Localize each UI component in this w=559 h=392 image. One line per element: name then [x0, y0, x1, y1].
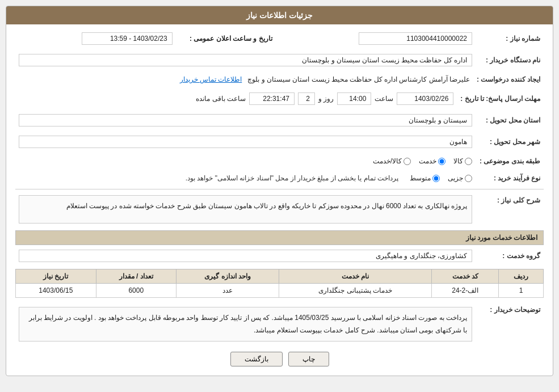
creator-label: ایجاد کننده درخواست : [473, 73, 544, 86]
creator-link[interactable]: اطلاعات تماس خریدار [180, 75, 242, 83]
buyer-notes-value: پرداخت به صورت اسناد خزانه اسلامی با سرر… [19, 307, 472, 342]
purchase-motevasset-radio[interactable] [432, 175, 440, 182]
buyer-notes-table: توضیحات خریدار : پرداخت به صورت اسناد خز… [15, 302, 544, 344]
table-row: 1الف-2-24خدمات پشتیبانی جنگلداریعدد60001… [16, 284, 544, 298]
creator-table: ایجاد کننده درخواست : علیرضا آرامش کارشن… [15, 73, 544, 86]
purchase-motevasset-item[interactable]: متوسط [410, 174, 440, 182]
remaining-value: 22:31:47 [249, 92, 295, 105]
button-bar: چاپ بازگشت [15, 352, 544, 366]
deadline-table: مهلت ارسال پاسخ: تا تاریخ : 1403/02/26 س… [15, 90, 544, 107]
category-khadamat-radio[interactable] [438, 158, 445, 165]
col-qty: تعداد / مقدار [96, 269, 176, 284]
category-kala-khadamat-label: کالا/خدمت [373, 157, 402, 165]
print-button[interactable]: چاپ [288, 352, 329, 366]
col-date: تاریخ نیاز [16, 269, 96, 284]
buyer-notes-label: توضیحات خریدار : [476, 302, 544, 344]
category-kala-radio[interactable] [465, 158, 472, 165]
deadline-date: 1403/02/26 [397, 92, 453, 105]
purchase-type-label: نوع فرآیند خرید : [476, 172, 544, 184]
main-card: جزئیات اطلاعات نیاز شماره نیاز : 1103004… [6, 6, 553, 376]
cell-name: خدمات پشتیبانی جنگلداری [279, 284, 432, 298]
page-wrapper: جزئیات اطلاعات نیاز شماره نیاز : 1103004… [0, 0, 559, 382]
col-code: کد خدمت [432, 269, 499, 284]
category-table: طبقه بندی موضوعی : کالا خدمت [15, 155, 544, 167]
purchase-note: پرداخت تمام یا بخشی از مبلغ خریدار از مح… [186, 174, 398, 182]
deadline-row: 1403/02/26 ساعت 14:00 روز و 2 22:31:47 س… [19, 92, 453, 105]
back-button[interactable]: بازگشت [230, 352, 283, 366]
need-number-label: شماره نیاز : [476, 30, 544, 47]
purchase-jozii-label: جزیی [448, 174, 463, 182]
desc-table: شرح کلی نیاز : پروژه نهالکاری به تعداد 6… [15, 193, 544, 226]
announce-label: تاریخ و ساعت اعلان عمومی : [176, 30, 278, 47]
cell-date: 1403/06/15 [16, 284, 96, 298]
col-name: نام خدمت [279, 269, 432, 284]
date-label: مهلت ارسال پاسخ: تا تاریخ : [457, 90, 544, 107]
deadline-time: 14:00 [337, 92, 371, 105]
card-body: شماره نیاز : 1103004410000022 تاریخ و سا… [6, 24, 553, 376]
need-number-value: 1103004410000022 [359, 32, 472, 45]
deadline-time-label: ساعت [375, 95, 393, 103]
category-kala-khadamat-radio[interactable] [404, 158, 411, 165]
city-table: شهر محل تحویل : هامون [15, 133, 544, 150]
province-label: استان محل تحویل : [476, 112, 544, 129]
category-kala-item[interactable]: کالا [453, 157, 472, 165]
purchase-radio-group: جزیی متوسط پرداخت تمام یا بخشی از مبلغ خ… [19, 174, 472, 182]
day-value: 2 [298, 92, 315, 105]
col-unit: واحد اندازه گیری [176, 269, 279, 284]
province-table: استان محل تحویل : سیستان و بلوچستان [15, 112, 544, 129]
services-section-header: اطلاعات خدمات مورد نیاز [15, 230, 544, 245]
category-kala-khadamat-item[interactable]: کالا/خدمت [373, 157, 411, 165]
general-desc-label: شرح کلی نیاز : [476, 193, 544, 226]
org-name-value: اداره کل حفاظت محیط زیست استان سیستان و … [19, 54, 472, 66]
category-label: طبقه بندی موضوعی : [476, 155, 544, 167]
category-khadamat-label: خدمت [419, 157, 436, 165]
top-info-table: شماره نیاز : 1103004410000022 تاریخ و سا… [15, 30, 544, 47]
creator-value: علیرضا آرامش کارشناس اداره کل حفاظت محیط… [247, 75, 470, 83]
province-value: سیستان و بلوچستان [19, 114, 472, 127]
announce-value: 1403/02/23 - 13:59 [82, 32, 173, 45]
city-label: شهر محل تحویل : [476, 133, 544, 150]
service-group-value: کشاورزی، جنگلداری و ماهیگیری [19, 250, 472, 262]
page-title: جزئیات اطلاعات نیاز [246, 11, 313, 20]
services-table: ردیف کد خدمت نام خدمت واحد اندازه گیری ت… [15, 269, 544, 298]
day-label: روز و [318, 95, 334, 103]
service-group-label: گروه خدمت : [476, 247, 544, 264]
purchase-motevasset-label: متوسط [410, 174, 431, 182]
cell-unit: عدد [176, 284, 279, 298]
separator-1 [15, 189, 544, 189]
cell-row: 1 [499, 284, 544, 298]
general-desc-value: پروژه نهالکاری به تعداد 6000 نهال در محد… [19, 195, 472, 224]
purchase-type-table: نوع فرآیند خرید : جزیی متوسط پرداخت [15, 172, 544, 184]
category-khadamat-item[interactable]: خدمت [419, 157, 445, 165]
purchase-jozii-radio[interactable] [465, 175, 472, 182]
org-name-label: نام دستگاه خریدار : [476, 52, 544, 69]
purchase-jozii-item[interactable]: جزیی [448, 174, 472, 182]
category-kala-label: کالا [453, 157, 463, 165]
category-radio-group: کالا خدمت کالا/خدمت [19, 157, 472, 165]
remaining-label: ساعت باقی مانده [196, 95, 246, 103]
cell-quantity: 6000 [96, 284, 176, 298]
city-value: هامون [19, 136, 472, 148]
service-group-table: گروه خدمت : کشاورزی، جنگلداری و ماهیگیری [15, 247, 544, 264]
cell-code: الف-2-24 [432, 284, 499, 298]
card-header: جزئیات اطلاعات نیاز [6, 6, 553, 24]
col-row: ردیف [499, 269, 544, 284]
org-table: نام دستگاه خریدار : اداره کل حفاظت محیط … [15, 52, 544, 69]
